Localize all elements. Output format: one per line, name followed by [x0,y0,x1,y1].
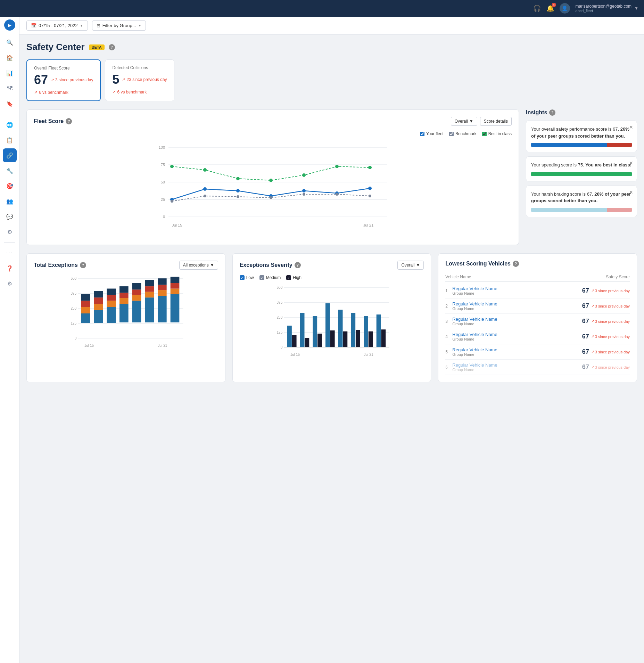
sidebar-item-maintenance[interactable]: 🔧 [3,164,17,178]
vehicle-row-5: 5 Regular Vehicle Name Group Name 67 ↗ 3… [445,344,630,360]
sidebar-item-home[interactable]: 🏠 [3,51,17,65]
svg-rect-90 [292,335,296,347]
sidebar-item-bookmark[interactable]: 🔖 [3,97,17,110]
date-range-label: 07/15 - 07/21, 2022 [39,23,78,28]
vehicle-name-link-6[interactable]: Regular Vehicle Name [452,362,582,368]
sidebar-divider-1 [4,114,15,114]
avatar[interactable]: 👤 [560,3,570,14]
sidebar-item-targeting[interactable]: 🎯 [3,179,17,193]
svg-point-16 [302,173,306,177]
svg-text:375: 375 [276,301,282,304]
high-checkbox-box: ✓ [286,275,291,280]
lowest-scoring-help-icon[interactable]: ? [513,261,519,267]
insight-2-close-button[interactable]: ✕ [629,160,633,166]
sidebar-item-users[interactable]: 👥 [3,194,17,208]
svg-text:250: 250 [71,306,76,310]
sidebar-item-globe[interactable]: 🌐 [3,118,17,132]
svg-point-29 [270,196,272,199]
vehicle-row-1: 1 Regular Vehicle Name Group Name 67 ↗ 3… [445,283,630,298]
sidebar-item-safety[interactable]: 🔗 [3,148,17,162]
svg-rect-49 [94,310,103,323]
svg-point-13 [203,168,207,172]
fleet-score-help-icon[interactable]: ? [66,118,72,124]
your-fleet-checkbox[interactable] [420,132,424,136]
vehicle-score-2: 67 [582,302,589,310]
notification-icon[interactable]: 🔔 8 [546,5,554,12]
svg-rect-69 [158,296,167,322]
total-exceptions-help-icon[interactable]: ? [80,262,86,268]
sidebar-item-messages[interactable]: 💬 [3,210,17,223]
fleet-score-card: Fleet Score ? Overall ▼ Score details [26,109,519,245]
svg-text:Jul 21: Jul 21 [364,353,373,357]
low-checkbox-box: ✓ [240,275,245,280]
svg-rect-91 [300,313,304,347]
vehicle-name-link-4[interactable]: Regular Vehicle Name [452,332,582,337]
sidebar-item-dots[interactable]: ··· [3,246,17,260]
vehicle-row-3: 3 Regular Vehicle Name Group Name 67 ↗ 3… [445,314,630,329]
svg-rect-73 [171,294,180,322]
vehicle-name-link-1[interactable]: Regular Vehicle Name [452,286,582,291]
user-chevron-icon[interactable]: ▼ [634,6,638,11]
exceptions-dropdown[interactable]: All exceptions ▼ [179,261,218,270]
svg-rect-102 [368,332,373,347]
severity-chevron-icon: ▼ [416,263,420,268]
legend-best-in-class: Best in class [482,131,512,136]
insight-3-bar-fill-blue [531,208,607,212]
insight-3-close-button[interactable]: ✕ [629,189,633,195]
benchmark-checkbox[interactable] [449,132,454,136]
vehicle-num-3: 3 [445,319,452,324]
date-range-button[interactable]: 📅 07/15 - 07/21, 2022 ▼ [26,21,88,31]
insights-help-icon[interactable]: ? [549,109,555,116]
vehicle-name-link-3[interactable]: Regular Vehicle Name [452,317,582,322]
headset-icon[interactable]: 🎧 [533,5,541,12]
arrow-icon: ↗ [51,77,54,82]
sidebar-item-settings[interactable]: ⚙ [3,277,17,290]
overall-score-label: Overall Fleet Score [34,66,93,71]
exceptions-severity-title: Exceptions Severity ? [240,262,301,268]
collisions-value: 5 [112,72,119,87]
page-help-icon[interactable]: ? [109,44,115,50]
vehicle-score-3: 67 [582,318,589,325]
sidebar-item-reports[interactable]: 📋 [3,133,17,147]
sidebar-item-map[interactable]: 🗺 [3,81,17,95]
insights-cards-container: ✕ Your overall safety performance score … [526,121,637,217]
sidebar-item-dashboard[interactable]: 📊 [3,66,17,80]
group-filter-button[interactable]: ⊟ Filter by Group... ▼ [92,21,146,31]
collisions-label: Detected Collisions [112,65,167,70]
vehicle-name-col-5: Regular Vehicle Name Group Name [452,347,582,357]
svg-text:Jul 21: Jul 21 [363,223,373,227]
svg-rect-62 [132,295,141,301]
total-exceptions-chart: 500 375 250 125 0 Jul 15 Jul 21 [34,275,218,352]
sidebar-item-workflows[interactable]: ⚙ [3,225,17,239]
score-details-button[interactable]: Score details [480,117,512,126]
insight-1-bar [531,143,632,147]
svg-rect-53 [107,307,116,323]
vehicle-name-link-2[interactable]: Regular Vehicle Name [452,301,582,306]
svg-rect-72 [158,278,167,285]
svg-rect-45 [81,313,90,323]
sidebar-item-search[interactable]: 🔍 [3,35,17,49]
sidebar-toggle-button[interactable]: ▶ [4,19,15,31]
page-title-row: Safety Center BETA ? [26,42,637,52]
fleet-score-dropdown[interactable]: Overall ▼ [451,117,477,126]
vehicles-table-header: Vehicle Name Safety Score [445,272,630,282]
svg-point-12 [170,165,174,168]
exceptions-severity-help-icon[interactable]: ? [295,262,301,268]
insight-3-bar-fill-red [607,208,632,212]
insight-1-close-button[interactable]: ✕ [629,124,633,130]
vehicle-num-1: 1 [445,288,452,293]
legend-high: ✓ High [286,275,302,280]
sidebar-item-help[interactable]: ❓ [3,261,17,275]
severity-dropdown[interactable]: Overall ▼ [397,261,424,270]
insight-1-bar-fill-red [607,143,632,147]
best-in-class-checkbox[interactable] [482,132,487,136]
collisions-benchmark: ↗ 6 vs benchmark [112,90,167,95]
svg-point-28 [237,195,239,198]
svg-text:Jul 15: Jul 15 [290,353,300,357]
vehicle-group-1: Group Name [452,291,582,295]
total-exceptions-header: Total Exceptions ? All exceptions ▼ [34,261,218,270]
vehicle-name-link-5[interactable]: Regular Vehicle Name [452,347,582,352]
vehicle-change-5: ↗ 3 since previous day [591,350,630,354]
vehicle-name-col-3: Regular Vehicle Name Group Name [452,317,582,326]
svg-point-32 [369,195,371,197]
